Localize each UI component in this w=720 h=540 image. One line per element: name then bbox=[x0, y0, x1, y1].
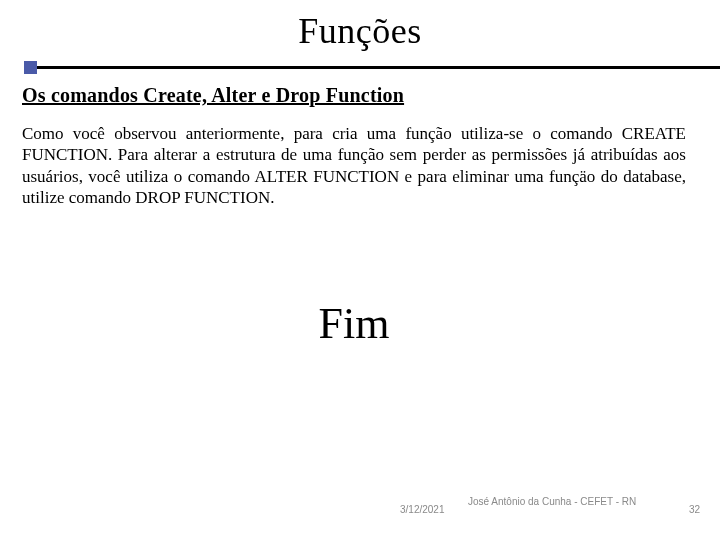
content-area: Os comandos Create, Alter e Drop Functio… bbox=[0, 74, 720, 349]
title-container: Funções bbox=[0, 0, 720, 52]
closing-text: Fim bbox=[22, 298, 686, 349]
title-rule bbox=[0, 60, 720, 74]
section-subtitle: Os comandos Create, Alter e Drop Functio… bbox=[22, 84, 686, 107]
slide-title: Funções bbox=[298, 11, 422, 51]
slide: Funções Os comandos Create, Alter e Drop… bbox=[0, 0, 720, 540]
rule-accent-box bbox=[24, 61, 37, 74]
rule-line bbox=[24, 66, 720, 69]
body-paragraph: Como você observou anteriormente, para c… bbox=[22, 123, 686, 208]
footer-date: 3/12/2021 bbox=[400, 504, 445, 515]
footer-page-number: 32 bbox=[689, 504, 700, 515]
slide-footer: 3/12/2021 José Antônio da Cunha - CEFET … bbox=[0, 496, 720, 522]
footer-author: José Antônio da Cunha - CEFET - RN bbox=[468, 496, 638, 509]
